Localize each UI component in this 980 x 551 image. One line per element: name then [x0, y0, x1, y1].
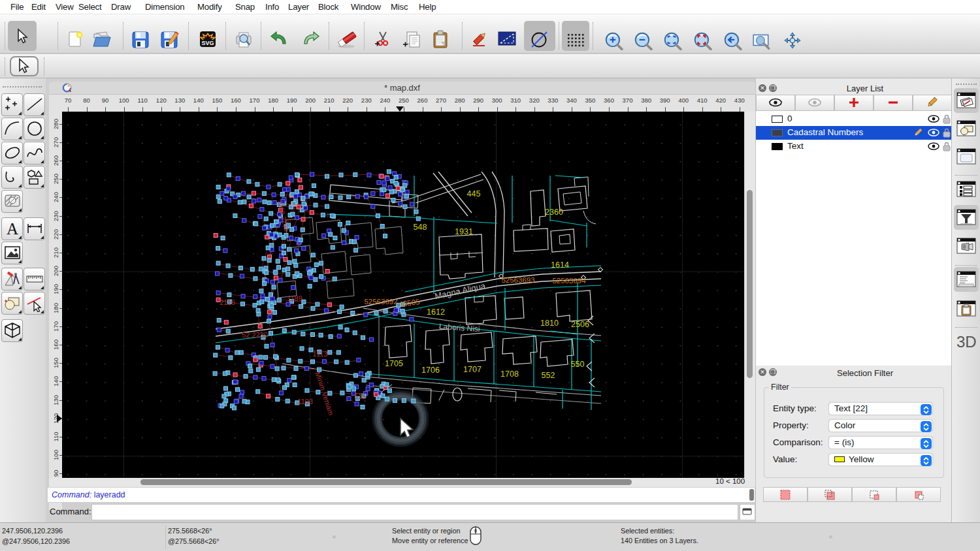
svg-text:52563693: 52563693	[501, 276, 534, 284]
svg-text:52 2230: 52 2230	[242, 331, 268, 339]
svg-text:1810: 1810	[540, 319, 559, 328]
svg-text:550: 550	[571, 360, 585, 369]
svg-text:1705: 1705	[385, 359, 403, 368]
svg-text:1614: 1614	[551, 260, 569, 270]
svg-text:1612: 1612	[427, 307, 445, 317]
svg-text:1931: 1931	[455, 227, 473, 236]
svg-text:548: 548	[414, 223, 427, 232]
svg-text:2360: 2360	[545, 208, 563, 217]
svg-text:2116: 2116	[220, 298, 235, 306]
svg-text:1707: 1707	[463, 365, 482, 374]
svg-text:1189: 1189	[287, 294, 302, 302]
svg-text:515: 515	[354, 392, 366, 400]
svg-text:1113: 1113	[313, 350, 328, 358]
svg-text:1708: 1708	[500, 370, 519, 379]
svg-text:52563694: 52563694	[552, 277, 586, 285]
svg-text:445: 445	[467, 189, 481, 198]
svg-text:1103: 1103	[297, 398, 313, 405]
svg-text:1706: 1706	[421, 366, 440, 375]
svg-text:A: A	[7, 220, 18, 238]
svg-text:SVG: SVG	[201, 40, 214, 46]
svg-text:2506: 2506	[571, 320, 589, 329]
svg-text:552: 552	[542, 371, 555, 380]
svg-text:52563692: 52563692	[364, 298, 397, 306]
